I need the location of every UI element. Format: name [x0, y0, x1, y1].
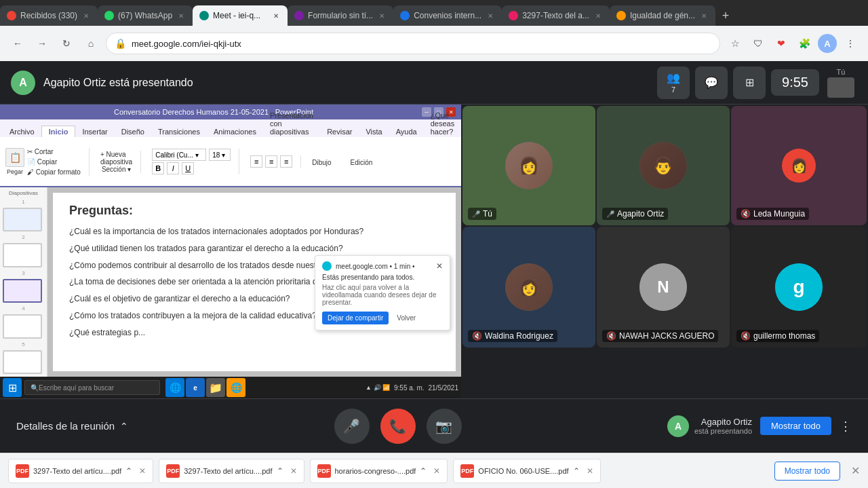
download-item-1[interactable]: PDF 3297-Texto del artícu....pdf ⌃ ✕	[8, 459, 153, 483]
presenting-options-button[interactable]: ⋮	[840, 419, 852, 434]
bold-button[interactable]: B	[152, 162, 164, 174]
dismiss-downloads-button[interactable]: ✕	[851, 464, 860, 477]
back-button[interactable]: ←	[8, 34, 27, 53]
tab-close-whatsapp[interactable]: ✕	[176, 11, 186, 20]
extensions-button[interactable]: 🧩	[795, 34, 814, 53]
tab-inicio[interactable]: Inicio	[41, 126, 76, 137]
meeting-clock: 9:55	[771, 69, 819, 96]
paste-button[interactable]: 📋	[5, 148, 24, 167]
tab-meet[interactable]: Meet - iei-q... ✕	[193, 5, 288, 26]
tab-archivo[interactable]: Archivo	[3, 126, 41, 137]
slide-thumb-5[interactable]	[3, 350, 42, 374]
camera-button[interactable]: 📷	[427, 409, 462, 444]
download-close-4[interactable]: ✕	[587, 466, 593, 476]
tab-diseno[interactable]: Diseño	[115, 126, 151, 137]
font-size-select[interactable]: 18 ▾	[209, 149, 231, 161]
bookmark-star-button[interactable]: ☆	[726, 34, 745, 53]
tab-animaciones[interactable]: Animaciones	[207, 126, 263, 137]
meeting-details[interactable]: Detalles de la reunión ⌃	[16, 420, 128, 432]
slide-thumb-2[interactable]	[3, 243, 42, 267]
pp-clipboard-group: 📋 Pegar ✂ Cortar 📄 Copiar 🖌 Copiar forma…	[5, 148, 90, 176]
download-item-2[interactable]: PDF 3297-Texto del artícu....pdf ⌃ ✕	[159, 459, 304, 483]
tab-gmail[interactable]: Recibidos (330) ✕	[0, 5, 98, 26]
tab-close-forms[interactable]: ✕	[377, 11, 387, 20]
download-close-2[interactable]: ✕	[290, 466, 297, 476]
download-close-3[interactable]: ✕	[433, 466, 440, 476]
align-left-button[interactable]: ≡	[250, 155, 262, 168]
people-icon: 👥	[667, 71, 680, 84]
tab-ayuda[interactable]: Ayuda	[389, 126, 424, 137]
download-arrow-4[interactable]: ⌃	[573, 466, 580, 476]
tab-close-texto[interactable]: ✕	[593, 11, 603, 20]
italic-button[interactable]: I	[167, 162, 179, 174]
participants-button[interactable]: 👥 7	[657, 67, 690, 99]
notif-source: meet.google.com • 1 min •	[336, 263, 415, 270]
reload-button[interactable]: ↻	[57, 34, 76, 53]
nueva-diap-button[interactable]: + Nuevadiapositiva	[100, 151, 132, 166]
slide-thumb-1[interactable]	[3, 208, 42, 231]
download-item-4[interactable]: PDF OFICIO No. 060-USE....pdf ⌃ ✕	[453, 459, 600, 483]
nav-right-buttons: ☆ 🛡 ❤ 🧩 A ⋮	[726, 34, 860, 53]
tab-close-meet[interactable]: ✕	[271, 11, 281, 20]
slide-thumb-3[interactable]	[3, 279, 42, 303]
end-call-button[interactable]: 📞	[380, 409, 416, 444]
activities-button[interactable]: ⊞	[733, 67, 766, 99]
taskbar-chrome-button[interactable]: 🌐	[226, 378, 245, 397]
align-center-button[interactable]: ≡	[265, 155, 277, 168]
participants-top-row: 👩 🎤 Tú 👨 🎤	[461, 105, 868, 227]
taskbar-edge-button[interactable]: 🌐	[165, 378, 184, 397]
seccion-button[interactable]: Sección ▾	[102, 166, 131, 173]
tab-texto[interactable]: 3297-Texto del a... ✕	[502, 5, 610, 26]
taskbar-ie-button[interactable]: e	[186, 378, 205, 397]
copy-button[interactable]: 📄 Copiar	[27, 158, 81, 166]
tab-igualdad[interactable]: Igualdad de gén... ✕	[610, 5, 715, 26]
tab-presentacion[interactable]: Presentación con diapositivas	[263, 110, 320, 137]
show-all-button[interactable]: Mostrar todo	[760, 417, 831, 435]
chat-button[interactable]: 💬	[695, 67, 728, 99]
cut-button[interactable]: ✂ Cortar	[27, 148, 81, 155]
windows-search[interactable]: 🔍 Escribe aquí para buscar	[24, 380, 160, 395]
sharing-cancel-button[interactable]: Volver	[391, 312, 421, 324]
presenter-text: Agapito Ortiz está presentando	[43, 77, 193, 89]
tab-transiciones[interactable]: Transiciones	[151, 126, 207, 137]
tab-vista[interactable]: Vista	[359, 126, 389, 137]
address-bar[interactable]: 🔒 meet.google.com/iei-qkji-utx	[106, 33, 720, 54]
home-button[interactable]: ⌂	[81, 34, 100, 53]
tab-close-gmail[interactable]: ✕	[81, 11, 91, 20]
extension-icon-1[interactable]: 🛡	[749, 34, 768, 53]
align-right-button[interactable]: ≡	[280, 155, 292, 168]
presenting-indicator: A Agapito Ortiz está presentando	[667, 415, 752, 437]
download-arrow-1[interactable]: ⌃	[125, 466, 132, 476]
font-name-select[interactable]: Calibri (Cu... ▾	[152, 149, 206, 161]
show-all-downloads-button[interactable]: Mostrar todo	[774, 462, 840, 481]
question-2: ¿Qué utilidad tienen los tratados para g…	[69, 243, 439, 255]
tab-forms[interactable]: Formulario sin tí... ✕	[288, 5, 393, 26]
underline-button[interactable]: U	[182, 162, 194, 174]
new-tab-button[interactable]: +	[715, 5, 736, 26]
slide-panel-label: Diapositivas	[3, 190, 44, 196]
tab-que-deseas[interactable]: ¿Qué deseas hacer?	[424, 110, 461, 137]
tab-revisar[interactable]: Revisar	[320, 126, 359, 137]
menu-button[interactable]: ⋮	[841, 34, 860, 53]
format-button[interactable]: 🖌 Copiar formato	[27, 168, 81, 176]
notif-close-button[interactable]: ✕	[436, 261, 443, 271]
microphone-button[interactable]: 🎤	[334, 409, 370, 444]
tab-convenios[interactable]: Convenios intern... ✕	[393, 5, 502, 26]
extension-icon-2[interactable]: ❤	[772, 34, 791, 53]
download-arrow-2[interactable]: ⌃	[277, 466, 283, 476]
profile-button[interactable]: A	[818, 34, 837, 53]
taskbar-folder-button[interactable]: 📁	[206, 378, 225, 397]
forward-button[interactable]: →	[33, 34, 52, 53]
tab-close-igualdad[interactable]: ✕	[699, 11, 709, 20]
windows-start-button[interactable]: ⊞	[3, 378, 22, 397]
pdf-icon-2: PDF	[166, 464, 180, 478]
tab-insertar[interactable]: Insertar	[75, 126, 114, 137]
download-arrow-3[interactable]: ⌃	[420, 466, 427, 476]
powerpoint-window: Conversatorio Derechos Humanos 21-05-202…	[0, 105, 461, 398]
slide-thumb-4[interactable]	[3, 314, 42, 338]
tab-whatsapp[interactable]: (67) WhatsApp ✕	[98, 5, 193, 26]
stop-sharing-button[interactable]: Dejar de compartir	[322, 312, 389, 324]
tab-close-convenios[interactable]: ✕	[486, 11, 495, 20]
download-item-3[interactable]: PDF horarios-congreso-....pdf ⌃ ✕	[310, 459, 448, 483]
download-close-1[interactable]: ✕	[139, 466, 146, 476]
